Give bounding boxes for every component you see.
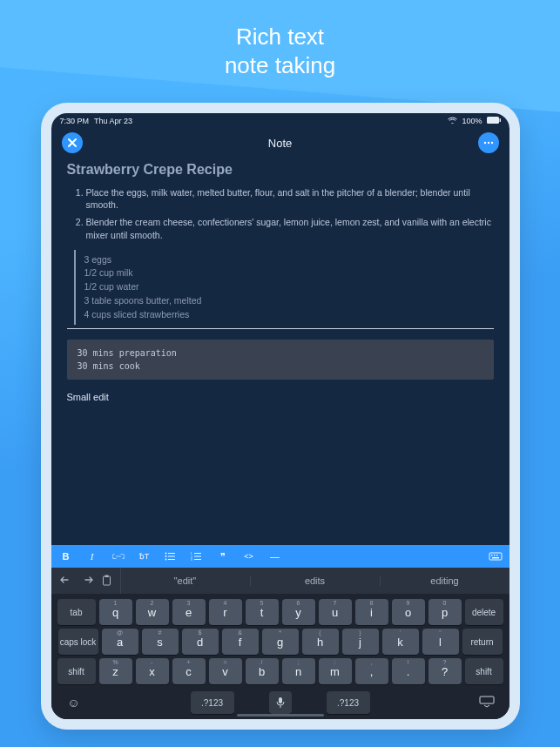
key-m[interactable]: :m — [319, 658, 352, 684]
suggestion[interactable]: edits — [251, 575, 381, 586]
dictation-button[interactable] — [269, 691, 292, 714]
key-q[interactable]: 1q — [99, 599, 132, 625]
list-item: 3 table spoons butter, melted — [84, 294, 494, 308]
svg-point-4 — [490, 142, 492, 144]
code-block: 30 mins preparation 30 mins cook — [67, 340, 494, 380]
svg-rect-24 — [279, 697, 282, 703]
device-frame: 7:30 PM Thu Apr 23 100% Note — [41, 103, 520, 730]
key-,[interactable]: ,, — [355, 658, 388, 684]
shift-key[interactable]: shift — [465, 658, 503, 684]
key-u[interactable]: 7u — [319, 599, 352, 625]
nav-bar: Note — [51, 127, 509, 162]
bullet-list-button[interactable] — [165, 552, 177, 561]
key-f[interactable]: &f — [222, 629, 259, 655]
svg-point-3 — [487, 142, 489, 144]
key-j[interactable]: )j — [342, 629, 379, 655]
emoji-button[interactable]: ☺ — [62, 696, 86, 710]
list-item: Place the eggs, milk water, melted butte… — [86, 186, 494, 211]
steps-list: Place the eggs, milk water, melted butte… — [67, 186, 494, 241]
svg-point-5 — [165, 553, 166, 555]
key-s[interactable]: #s — [142, 629, 179, 655]
ingredients-quote: 3 eggs 1/2 cup milk 1/2 cup water 3 tabl… — [74, 250, 494, 326]
suggestion[interactable]: "edit" — [121, 575, 251, 586]
italic-button[interactable]: I — [86, 551, 98, 562]
bold-button[interactable]: B — [60, 551, 72, 562]
svg-rect-17 — [489, 553, 502, 560]
key-h[interactable]: (h — [302, 629, 339, 655]
return-key[interactable]: return — [462, 629, 503, 655]
code-button[interactable]: <> — [243, 552, 255, 561]
svg-point-2 — [483, 142, 485, 144]
key-p[interactable]: 0p — [428, 599, 462, 625]
redo-button[interactable] — [81, 575, 93, 587]
link-button[interactable] — [112, 552, 125, 561]
symbols-button[interactable]: .?123 — [191, 691, 234, 714]
svg-rect-19 — [494, 555, 496, 556]
key-e[interactable]: 3e — [172, 599, 206, 625]
delete-key[interactable]: delete — [465, 599, 503, 625]
key-k[interactable]: 'k — [382, 629, 419, 655]
wifi-icon — [448, 117, 457, 125]
undo-button[interactable] — [60, 575, 72, 587]
paste-button[interactable] — [102, 575, 111, 588]
list-item: Blender the cream cheese, confectioners'… — [86, 216, 494, 240]
svg-rect-23 — [105, 575, 108, 577]
svg-rect-13 — [194, 559, 201, 560]
page-title: Note — [268, 137, 292, 150]
key-c[interactable]: +c — [172, 658, 206, 684]
heading-button[interactable]: ␢T — [138, 552, 151, 561]
key-b[interactable]: /b — [246, 658, 279, 684]
tab-key[interactable]: tab — [57, 599, 96, 625]
list-item: 3 eggs — [84, 253, 494, 267]
svg-rect-6 — [168, 553, 175, 554]
svg-rect-25 — [480, 697, 494, 703]
keyboard-predictions: "edit" edits editing — [51, 568, 509, 594]
key-z[interactable]: %z — [99, 658, 132, 684]
screen: 7:30 PM Thu Apr 23 100% Note — [51, 113, 509, 719]
note-content[interactable]: Strawberry Crepe Recipe Place the eggs, … — [51, 162, 509, 545]
key-o[interactable]: 9o — [392, 599, 425, 625]
svg-rect-22 — [103, 576, 110, 585]
svg-rect-10 — [168, 559, 175, 560]
key-y[interactable]: 6y — [282, 599, 315, 625]
list-item: 1/2 cup milk — [84, 266, 494, 280]
key-g[interactable]: *g — [262, 629, 299, 655]
key-a[interactable]: @a — [102, 629, 138, 655]
key-r[interactable]: 4r — [209, 599, 242, 625]
status-battery-pct: 100% — [462, 117, 482, 125]
list-item: 4 cups sliced strawberries — [84, 308, 494, 322]
svg-rect-12 — [194, 556, 201, 557]
key-i[interactable]: 8i — [355, 599, 388, 625]
svg-point-7 — [165, 555, 166, 557]
suggestion[interactable]: editing — [381, 575, 509, 586]
symbols-button[interactable]: .?123 — [327, 691, 370, 714]
svg-rect-8 — [168, 556, 175, 557]
hr-button[interactable]: — — [269, 551, 281, 562]
shift-key[interactable]: shift — [57, 658, 96, 684]
caps-lock-key[interactable]: caps lock — [58, 629, 98, 655]
key-x[interactable]: -x — [136, 658, 169, 684]
key-d[interactable]: $d — [182, 629, 219, 655]
close-button[interactable] — [62, 132, 83, 153]
home-indicator[interactable] — [237, 714, 324, 717]
keyboard-toggle-button[interactable] — [489, 551, 501, 562]
key-v[interactable]: =v — [209, 658, 242, 684]
svg-rect-11 — [194, 553, 201, 554]
svg-rect-21 — [492, 557, 499, 559]
small-edit-text: Small edit — [67, 392, 494, 402]
key-l[interactable]: "l — [422, 629, 459, 655]
hide-keyboard-button[interactable] — [475, 696, 499, 710]
status-time: 7:30 PM — [60, 117, 90, 125]
note-title: Strawberry Crepe Recipe — [67, 162, 494, 178]
key-n[interactable]: ;n — [282, 658, 315, 684]
key-w[interactable]: 2w — [136, 599, 169, 625]
svg-rect-0 — [487, 117, 499, 124]
key-.[interactable]: !. — [392, 658, 425, 684]
quote-button[interactable]: ❞ — [217, 551, 229, 562]
numbered-list-button[interactable]: 123 — [191, 552, 203, 561]
key-t[interactable]: 5t — [246, 599, 279, 625]
more-button[interactable] — [478, 132, 499, 153]
key-?[interactable]: ?? — [428, 658, 462, 684]
hero-title: Rich text note taking — [0, 0, 560, 79]
svg-rect-1 — [499, 118, 501, 122]
